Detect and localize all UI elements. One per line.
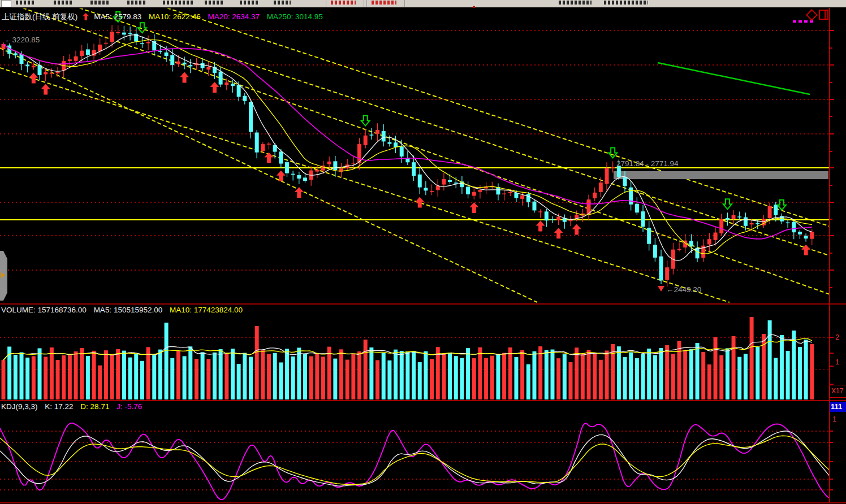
red-menu-item[interactable] [372,1,396,5]
window-bottom-border [0,502,846,503]
ma20-value: MA20: 2634.37 [208,12,260,21]
pane-separator[interactable] [0,400,846,401]
expand-arrow-icon [1,272,5,278]
volume-ma10-value: MA10: 177423824.00 [170,306,243,314]
volume-axis-label: 2 [835,333,839,341]
symbol-title[interactable]: 上证指数(日线.前复权) [2,12,77,21]
menu-item[interactable] [90,1,110,5]
ma5-value: MA5: 2579.83 [94,12,141,21]
up-arrow-icon [83,13,89,20]
menu-item[interactable] [604,1,648,5]
menu-item[interactable] [274,1,291,5]
menu-item[interactable] [559,1,592,5]
main-pane-legend: 上证指数(日线.前复权)MA5: 2579.83 MA10: 2622.46 M… [2,12,328,22]
kdj-d-value: D: 28.71 [80,402,109,411]
high-price-annotation: ←3220.85 [5,36,40,44]
volume-value: VOLUME: 157168736.00 [1,306,87,314]
kdj-j-value: J: -5.76 [116,402,142,411]
volume-scale-badge[interactable]: X17 [830,385,846,398]
ma10-value: MA10: 2622.46 [149,12,201,21]
right-price-axis[interactable] [829,0,846,504]
top-menu-bar [0,0,846,8]
volume-axis-label: 1 [835,358,839,366]
volume-ma5-value: MA5: 150515952.00 [94,306,163,314]
toolbar-red-tick [473,6,475,8]
menu-item[interactable] [127,1,146,5]
menu-item[interactable] [16,1,35,5]
volume-pane-legend: VOLUME: 157168736.00 MA5: 150515952.00 M… [1,306,248,314]
menu-button-cell[interactable] [326,0,364,7]
menu-item[interactable] [54,1,73,5]
kdj-k-value: K: 17.22 [45,402,73,411]
kdj-title[interactable]: KDJ(9,3,3) [1,402,38,411]
app-logo[interactable] [1,0,11,7]
kdj-axis-label: 1 [832,415,836,423]
red-menu-item[interactable] [331,1,356,5]
low-price-annotation: ←2449.20 [666,285,701,294]
ma250-value: MA250: 3014.95 [267,12,323,21]
candlestick-chart-canvas[interactable] [0,8,829,303]
menu-item[interactable] [205,1,224,5]
side-panel-flyout-handle[interactable] [0,251,7,301]
menu-button-cell[interactable] [366,0,405,7]
kdj-pane-legend: KDJ(9,3,3) K: 17.22 D: 28.71 J: -5.76 [1,402,147,411]
window-split-icon[interactable] [819,10,828,20]
gap-annotation: 2791.84 - 2771.94 [616,159,679,168]
trading-app-window: { "main": { "title": "上证指数(日线.前复权)", "le… [0,0,846,504]
kdj-value-badge: 111 [830,402,846,412]
menu-item[interactable] [240,1,259,5]
volume-chart-canvas[interactable] [0,305,829,400]
menu-item[interactable] [163,1,195,5]
pane-separator[interactable] [0,303,846,305]
kdj-chart-canvas[interactable] [0,402,829,502]
